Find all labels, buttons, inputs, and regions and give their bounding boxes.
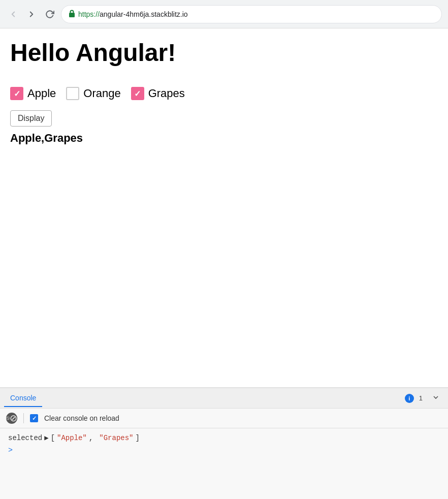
console-log-line: selected ▶ [ "Apple" , "Grapes" ] [8,433,440,442]
address-text: https://angular-4hm6ja.stackblitz.io [78,10,188,18]
display-button[interactable]: Display [10,110,52,127]
clear-console-checkbox[interactable] [30,414,38,422]
refresh-button[interactable] [43,7,57,21]
checkbox-apple[interactable]: Apple [10,87,56,100]
toolbar-divider [23,413,24,423]
address-bar[interactable]: https://angular-4hm6ja.stackblitz.io [61,5,442,23]
checkbox-orange[interactable]: Orange [66,87,120,100]
checkbox-orange-input[interactable] [66,87,79,100]
console-comma: , [89,434,93,442]
console-key: selected [8,434,42,442]
block-icon[interactable] [6,413,17,424]
browser-chrome: https://angular-4hm6ja.stackblitz.io [0,0,448,28]
checkbox-grapes[interactable]: Grapes [131,87,185,100]
clear-console-label: Clear console on reload [44,414,119,422]
devtools-panel: Console i 1 Clear console on reload sele… [0,387,448,499]
checkbox-grapes-label: Grapes [148,87,185,100]
result-text: Apple,Grapes [10,132,438,145]
forward-button[interactable] [24,7,39,21]
collapse-button[interactable] [428,391,444,406]
checkboxes-row: Apple Orange Grapes [10,87,438,100]
checkbox-orange-label: Orange [83,87,120,100]
checkbox-apple-input[interactable] [10,87,23,100]
page-content: Hello Angular! Apple Orange Grapes Displ… [0,28,448,387]
tab-console[interactable]: Console [4,390,42,407]
page-title: Hello Angular! [10,39,438,67]
console-value1: "Apple" [57,434,87,442]
devtools-tab-right: i 1 [405,391,444,406]
back-button[interactable] [6,7,20,21]
console-close-bracket: ] [136,434,140,442]
console-prompt[interactable]: > [8,446,440,455]
badge-count: 1 [419,394,423,402]
checkbox-grapes-input[interactable] [131,87,144,100]
console-value2: "Grapes" [99,434,133,442]
info-badge: i [405,394,414,403]
checkbox-apple-label: Apple [27,87,56,100]
devtools-tabs: Console i 1 [0,388,448,409]
console-expand-arrow[interactable]: ▶ [44,433,48,442]
devtools-content: selected ▶ [ "Apple" , "Grapes" ] > [0,428,448,460]
svg-rect-0 [69,13,75,17]
console-open-bracket: [ [51,434,55,442]
devtools-toolbar: Clear console on reload [0,409,448,428]
lock-icon [69,10,75,19]
